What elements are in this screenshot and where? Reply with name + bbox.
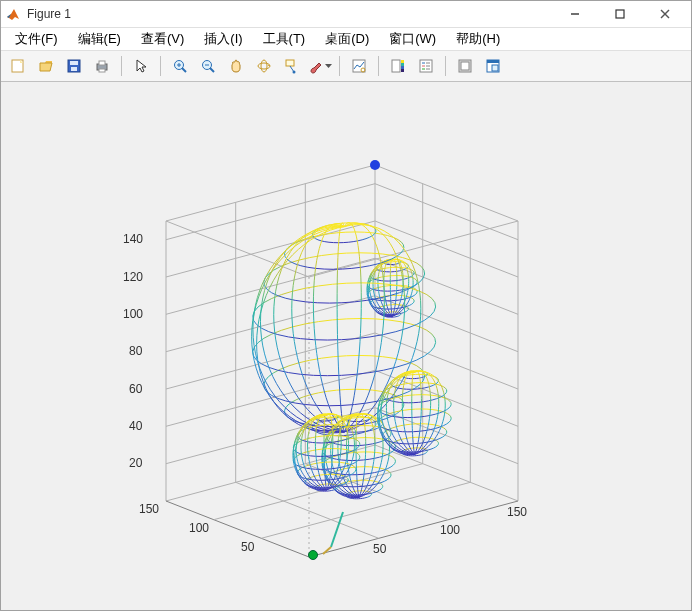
print-icon[interactable] xyxy=(89,53,115,79)
zoom-out-icon[interactable] xyxy=(195,53,221,79)
hide-tools-icon[interactable] xyxy=(452,53,478,79)
toolbar-divider xyxy=(445,56,446,76)
menu-window[interactable]: 窗口(W) xyxy=(379,28,446,50)
menu-insert[interactable]: 插入(I) xyxy=(194,28,252,50)
rotate3d-icon[interactable] xyxy=(251,53,277,79)
floor-segment2 xyxy=(323,547,331,554)
axes-canvas[interactable]: 20 40 60 80 100 120 140 50 100 150 50 10… xyxy=(1,82,691,610)
matlab-app-icon xyxy=(5,6,21,22)
svg-line-69 xyxy=(375,184,518,240)
x-tick: 150 xyxy=(507,505,527,519)
new-figure-icon[interactable] xyxy=(5,53,31,79)
svg-rect-1 xyxy=(616,10,624,18)
point-top xyxy=(370,160,380,170)
link-plot-icon[interactable] xyxy=(346,53,372,79)
axes3d[interactable]: 20 40 60 80 100 120 140 50 100 150 50 10… xyxy=(61,112,621,592)
toolbar-divider xyxy=(378,56,379,76)
svg-point-23 xyxy=(293,71,296,74)
sphere xyxy=(252,223,436,436)
floor-segment xyxy=(331,512,343,547)
minimize-button[interactable] xyxy=(552,1,597,27)
toolbar-divider xyxy=(160,56,161,76)
menu-desktop[interactable]: 桌面(D) xyxy=(315,28,379,50)
svg-line-49 xyxy=(375,165,518,221)
svg-rect-30 xyxy=(401,66,404,69)
svg-line-63 xyxy=(375,408,518,464)
svg-line-52 xyxy=(166,501,309,557)
dock-icon[interactable] xyxy=(480,53,506,79)
z-tick: 100 xyxy=(123,307,143,321)
toolbar xyxy=(1,51,691,82)
x-tick: 100 xyxy=(440,523,460,537)
save-icon[interactable] xyxy=(61,53,87,79)
svg-rect-27 xyxy=(392,60,400,72)
z-tick: 120 xyxy=(123,270,143,284)
y-tick: 100 xyxy=(189,521,209,535)
svg-rect-7 xyxy=(70,61,78,65)
svg-line-50 xyxy=(166,165,375,221)
svg-rect-10 xyxy=(99,61,105,65)
brush-icon[interactable] xyxy=(307,53,333,79)
insert-colorbar-icon[interactable] xyxy=(385,53,411,79)
menubar: 文件(F) 编辑(E) 查看(V) 插入(I) 工具(T) 桌面(D) 窗口(W… xyxy=(1,28,691,51)
pan-icon[interactable] xyxy=(223,53,249,79)
zoom-in-icon[interactable] xyxy=(167,53,193,79)
y-tick: 150 xyxy=(139,502,159,516)
svg-rect-8 xyxy=(71,67,77,71)
menu-help[interactable]: 帮助(H) xyxy=(446,28,510,50)
x-tick: 50 xyxy=(373,542,386,556)
svg-rect-31 xyxy=(401,69,404,72)
svg-rect-42 xyxy=(487,60,499,63)
titlebar: Figure 1 xyxy=(1,1,691,28)
z-tick: 140 xyxy=(123,232,143,246)
insert-legend-icon[interactable] xyxy=(413,53,439,79)
z-tick: 20 xyxy=(129,456,142,470)
svg-line-58 xyxy=(166,333,375,389)
data-cursor-icon[interactable] xyxy=(279,53,305,79)
y-tick: 50 xyxy=(241,540,254,554)
svg-rect-11 xyxy=(99,69,105,72)
svg-marker-24 xyxy=(325,64,332,68)
svg-rect-21 xyxy=(286,60,294,66)
svg-line-17 xyxy=(210,68,214,72)
close-button[interactable] xyxy=(642,1,687,27)
open-icon[interactable] xyxy=(33,53,59,79)
menu-tools[interactable]: 工具(T) xyxy=(253,28,316,50)
svg-rect-40 xyxy=(461,62,469,70)
z-tick: 80 xyxy=(129,344,142,358)
svg-line-44 xyxy=(375,445,518,501)
z-tick: 40 xyxy=(129,419,142,433)
z-tick: 60 xyxy=(129,382,142,396)
window-title: Figure 1 xyxy=(27,7,71,21)
svg-line-51 xyxy=(309,501,518,557)
svg-line-59 xyxy=(166,296,375,352)
svg-rect-43 xyxy=(492,65,498,71)
pointer-icon[interactable] xyxy=(128,53,154,79)
menu-file[interactable]: 文件(F) xyxy=(5,28,68,50)
toolbar-divider xyxy=(121,56,122,76)
svg-line-62 xyxy=(166,184,375,240)
svg-rect-29 xyxy=(401,63,404,66)
svg-point-20 xyxy=(261,60,267,72)
svg-line-13 xyxy=(182,68,186,72)
spheres-group xyxy=(252,223,452,499)
maximize-button[interactable] xyxy=(597,1,642,27)
menu-edit[interactable]: 编辑(E) xyxy=(68,28,131,50)
svg-rect-28 xyxy=(401,60,404,63)
menu-view[interactable]: 查看(V) xyxy=(131,28,194,50)
toolbar-divider xyxy=(339,56,340,76)
point-origin xyxy=(309,551,318,560)
figure-window: Figure 1 文件(F) 编辑(E) 查看(V) 插入(I) 工具(T) 桌… xyxy=(0,0,692,611)
